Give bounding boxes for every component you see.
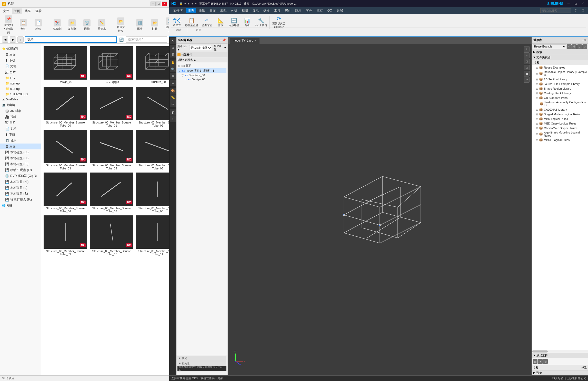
ribbon-newfolder-btn[interactable]: 📂 新建文件夹 (114, 16, 127, 34)
reuse-refresh-btn[interactable]: ↺ (567, 44, 572, 49)
reuse-item-8[interactable]: ⊞ 📦 CADENAS Library (532, 107, 588, 112)
tool-measure[interactable]: 📏 (170, 94, 176, 101)
sidebar-item-startup2[interactable]: 📁startup (0, 86, 41, 91)
reuse-item-7[interactable]: — 📦 Fastener Assembly Configuration Li..… (532, 100, 588, 107)
nx-minimize-button[interactable]: ─ (565, 1, 572, 6)
ribbon-move-btn[interactable]: ✂️ 移动到 (51, 18, 64, 32)
sidebar-item-locale[interactable]: 💾本地磁盘 (E:) (0, 161, 41, 167)
sidebar-item-3dobjects[interactable]: 🎲3D 对象 (0, 108, 41, 114)
file-item-tube05[interactable]: NX Structure_00_Member_SquareTube_05 (136, 130, 169, 170)
nx-search-input[interactable] (540, 8, 571, 13)
nx-menu-surface[interactable]: 曲面 (207, 8, 218, 13)
reuse-collapse-btn[interactable]: ─ (582, 39, 584, 42)
tool-info[interactable]: ℹ (170, 116, 176, 122)
reuse-item-1[interactable]: ⊞ 📦 Reusable Object Library (Example O..… (532, 70, 588, 77)
nx-menu-view[interactable]: 视图 (240, 8, 250, 13)
reuse-pin-btn[interactable]: ✕ (584, 39, 586, 42)
nx-tab-close-btn[interactable]: ✕ (254, 39, 256, 42)
sidebar-item-dvd-g[interactable]: 💿DVD 驱动器 (G:) N: (0, 173, 41, 179)
file-item-tube06[interactable]: NX Structure_00_Member_SquareTube_06 (44, 173, 87, 213)
tool-fit[interactable]: ⊡ (170, 80, 176, 86)
reuse-search-label[interactable]: ▶ 搜索 (532, 50, 588, 55)
sidebar-item-localc[interactable]: 💾本地磁盘 (C:) (0, 149, 41, 155)
reuse-list-btn[interactable]: ▼ (538, 359, 543, 364)
tool-pan[interactable]: ✋ (170, 60, 176, 66)
nx-menu-curves[interactable]: 曲线 (197, 8, 207, 13)
search-input[interactable]: 搜索"机架" (126, 36, 167, 43)
nx-menu-analysis[interactable]: 分析 (229, 8, 239, 13)
menu-share[interactable]: 共享 (23, 8, 33, 14)
ribbon-delete-btn[interactable]: 🗑️ 删除 (81, 18, 93, 32)
nx-menu-home2[interactable]: 主页 (315, 8, 325, 13)
reuse-item-6[interactable]: ⊞ 📦 GB Standard Parts (532, 96, 588, 100)
sidebar-item-step[interactable]: 📁STEP203UG (0, 91, 41, 97)
nx-menu-assembly[interactable]: 装配 (218, 8, 228, 13)
reuse-item-12[interactable]: ⊞ 📦 Check-Mate Snippet Rules (532, 126, 588, 130)
reuse-item-2[interactable]: ⊞ 📦 2D Section Library (532, 77, 588, 82)
nx-viewport[interactable]: model 零件1.prt ✕ (228, 37, 532, 375)
file-item-tube02[interactable]: NX Structure_00_Member_SquareTube_02 (136, 87, 169, 127)
reuse-scrollbar[interactable] (532, 350, 588, 353)
sidebar-item-usb-f2[interactable]: 💾移动2T硬盘 (F:) (0, 197, 41, 203)
tool-layer[interactable]: ◧ (170, 109, 176, 116)
menu-file[interactable]: 文件 (1, 8, 11, 14)
reuse-help-btn[interactable]: ? (577, 44, 582, 49)
menu-view[interactable]: 查看 (33, 8, 44, 14)
tool-material[interactable]: 🎨 (170, 88, 176, 94)
ribbon-sync-btn[interactable]: 🔄 同步建模 (227, 17, 241, 28)
nx-menu-tools[interactable]: 工具 (272, 8, 282, 13)
menu-home[interactable]: 主页 (12, 8, 22, 14)
sidebar-item-usb-f[interactable]: 💾移动2T硬盘 (F:) (0, 167, 41, 173)
address-input[interactable]: 机架 (25, 36, 117, 43)
sidebar-item-locali[interactable]: 💾本地磁盘 (I:) (0, 185, 41, 191)
ribbon-paste-btn[interactable]: 📄 粘贴 (32, 18, 45, 32)
nav-pin-btn[interactable]: 📌 (222, 39, 226, 42)
back-button[interactable]: ◀ (2, 36, 8, 43)
sidebar-network-label[interactable]: 🌐 网络 (0, 203, 41, 208)
sidebar-item-documents[interactable]: 📄文档 (0, 63, 41, 69)
reuse-scroll-thumb[interactable] (532, 350, 548, 353)
nx-menu-file[interactable]: 文件(F) (171, 8, 185, 13)
nx-close-button[interactable]: ✕ (580, 1, 586, 6)
reuse-filetree-label[interactable]: ▼ 文件夹视图 (532, 55, 588, 60)
vp-zoom-out[interactable]: − (524, 52, 530, 58)
reuse-item-11[interactable]: ⊞ 📦 MBD Query Logical Rules (532, 121, 588, 126)
ribbon-sketch-btn[interactable]: ✏ 任务草图 (201, 17, 214, 28)
file-item-design00[interactable]: NX Design_00 (44, 46, 87, 84)
tool-zoom[interactable]: 🔍 (170, 66, 176, 72)
nav-preview-label[interactable]: ▶ 预览 (177, 356, 226, 361)
ribbon-rename-btn[interactable]: ✏️ 重命名 (95, 18, 108, 32)
sidebar-item-pictures[interactable]: 🖼图片 (0, 69, 41, 75)
close-button[interactable]: ✕ (162, 2, 167, 6)
reuse-item-13[interactable]: ⊞ 📦 Algorithmic Modeling Logical Rules (532, 130, 588, 138)
sidebar-item-music[interactable]: 🎵音乐 (0, 138, 41, 144)
sidebar-quickaccess-label[interactable]: ⭐ 快速访问 (0, 46, 41, 52)
vp-zoom-in[interactable]: + (524, 46, 530, 52)
reuse-settings-btn[interactable]: ⚙ (572, 44, 577, 49)
tool-snap[interactable]: ⊕ (170, 45, 176, 51)
tool-filter[interactable]: ▦ (170, 51, 176, 58)
ribbon-update-btn[interactable]: ⟳ 更新以实现外部更改 (271, 15, 287, 30)
ribbon-expression-btn[interactable]: f(x) 表达式 (171, 17, 183, 27)
sidebar-item-downloads[interactable]: ⬇下载 (0, 58, 41, 63)
minimize-button[interactable]: ─ (151, 2, 156, 6)
reuse-item-3[interactable]: ⊞ 📦 Journal File Example Library (532, 82, 588, 86)
reuse-item-14[interactable]: ⊞ 📦 MBSE Logical Rules (532, 138, 588, 142)
reuse-item-9[interactable]: ⊞ 📦 Staged Models Logical Rules (532, 112, 588, 117)
nav-collapse-btn[interactable]: ─ (220, 39, 222, 42)
sidebar-item-videos[interactable]: 🎥视频 (0, 114, 41, 120)
sidebar-item-documents2[interactable]: 📄文档 (0, 126, 41, 132)
sidebar-item-hg[interactable]: 📁HG (0, 75, 41, 81)
reuse-expand-btn[interactable]: ⤢ (582, 44, 587, 49)
nx-menu-home[interactable]: 主页 (186, 8, 196, 13)
ribbon-prop-btn[interactable]: ℹ️ 属性 (133, 18, 146, 32)
file-item-tube03[interactable]: NX Structure_00_Member_SquareTube_03 (44, 130, 87, 170)
reuse-item-0[interactable]: ⊞ 📦 Reuse Examples (532, 65, 588, 70)
file-item-tube04[interactable]: NX Structure_00_Member_SquareTube_04 (90, 130, 133, 170)
file-item-model1[interactable]: NX model 零件1 (90, 46, 133, 84)
sidebar-item-downloads2[interactable]: ⬇下载 (0, 132, 41, 138)
sidebar-thispc-label[interactable]: 💻 此电脑 (0, 102, 41, 108)
ribbon-copyto-btn[interactable]: 📁 复制到 (66, 18, 78, 32)
file-item-tube00[interactable]: NX Structure_00_Member_SquareTube_00 (44, 87, 87, 127)
file-item-tube09[interactable]: NX Structure_00_Member_SquareTube_09 (44, 215, 87, 256)
